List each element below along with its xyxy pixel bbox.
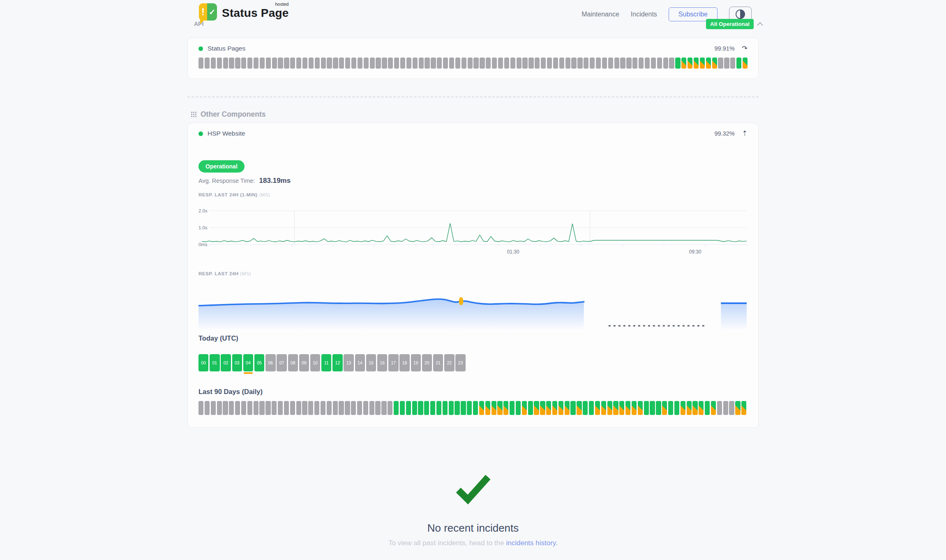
uptime-bar[interactable] (419, 58, 424, 69)
uptime-bar[interactable] (614, 58, 619, 69)
uptime-bar[interactable] (547, 58, 552, 69)
uptime-bar[interactable] (369, 401, 374, 415)
uptime-bar[interactable] (424, 401, 429, 415)
hour-block-10[interactable]: 10 (310, 354, 320, 371)
uptime-bar[interactable] (254, 58, 258, 69)
uptime-bar[interactable] (400, 58, 405, 69)
uptime-bar[interactable] (692, 401, 697, 415)
uptime-bar[interactable] (241, 401, 246, 415)
uptime-bar[interactable] (735, 401, 740, 415)
uptime-bar[interactable] (705, 401, 710, 415)
uptime-bar[interactable] (620, 58, 625, 69)
uptime-bar[interactable] (718, 58, 723, 69)
uptime-bar[interactable] (308, 401, 313, 415)
uptime-bar[interactable] (607, 401, 612, 415)
uptime-bar[interactable] (479, 401, 484, 415)
hour-block-05[interactable]: 05 (254, 354, 264, 371)
uptime-bar[interactable] (302, 58, 307, 69)
uptime-bar[interactable] (510, 401, 515, 415)
uptime-bar[interactable] (205, 401, 210, 415)
uptime-bar[interactable] (687, 401, 692, 415)
uptime-bar[interactable] (406, 58, 411, 69)
uptime-bar[interactable] (315, 58, 320, 69)
uptime-bar[interactable] (583, 401, 588, 415)
uptime-bar[interactable] (504, 58, 509, 69)
uptime-bar[interactable] (656, 401, 661, 415)
uptime-bar[interactable] (247, 401, 252, 415)
hour-block-06[interactable]: 06 (265, 354, 275, 371)
uptime-bar[interactable] (461, 58, 466, 69)
uptime-bar[interactable] (503, 401, 508, 415)
uptime-bar[interactable] (613, 401, 618, 415)
uptime-bar[interactable] (741, 401, 746, 415)
uptime-bar[interactable] (333, 401, 338, 415)
uptime-bar[interactable] (565, 401, 570, 415)
incidents-history-link[interactable]: incidents history (506, 539, 556, 547)
hour-block-03[interactable]: 03 (232, 354, 242, 371)
uptime-bar[interactable] (558, 401, 563, 415)
uptime-bar[interactable] (632, 401, 637, 415)
uptime-bar[interactable] (229, 58, 234, 69)
hour-block-20[interactable]: 20 (422, 354, 432, 371)
uptime-bar[interactable] (278, 58, 283, 69)
uptime-bar[interactable] (314, 401, 319, 415)
uptime-bar[interactable] (211, 58, 216, 69)
uptime-bar[interactable] (278, 401, 283, 415)
hour-block-09[interactable]: 09 (299, 354, 309, 371)
uptime-bar[interactable] (700, 58, 705, 69)
uptime-bar[interactable] (223, 58, 228, 69)
hour-block-17[interactable]: 17 (388, 354, 398, 371)
uptime-bar[interactable] (688, 58, 692, 69)
uptime-bar[interactable] (540, 401, 545, 415)
uptime-bar[interactable] (321, 401, 325, 415)
uptime-bar[interactable] (626, 58, 631, 69)
uptime-bar[interactable] (461, 401, 466, 415)
uptime-bar[interactable] (589, 401, 594, 415)
uptime-bar[interactable] (577, 58, 582, 69)
uptime-bar[interactable] (412, 401, 417, 415)
uptime-bar[interactable] (345, 58, 350, 69)
nav-incidents[interactable]: Incidents (631, 11, 657, 18)
uptime-bar[interactable] (712, 58, 717, 69)
uptime-bar[interactable] (443, 58, 448, 69)
chevron-up-icon[interactable] (757, 22, 764, 26)
brand-logo[interactable]: ! ✓ Status Page hosted (199, 3, 288, 21)
uptime-bar[interactable] (528, 401, 533, 415)
uptime-bar[interactable] (571, 58, 576, 69)
uptime-bar[interactable] (400, 401, 405, 415)
uptime-bar[interactable] (485, 401, 490, 415)
uptime-bar[interactable] (639, 58, 644, 69)
uptime-bar[interactable] (388, 401, 392, 415)
uptime-bar[interactable] (699, 401, 704, 415)
uptime-bar[interactable] (473, 58, 478, 69)
uptime-bar[interactable] (266, 58, 271, 69)
uptime-bar[interactable] (669, 58, 674, 69)
uptime-bar[interactable] (645, 58, 650, 69)
uptime-bar[interactable] (644, 401, 649, 415)
uptime-bar[interactable] (743, 58, 748, 69)
hour-block-13[interactable]: 13 (344, 354, 353, 371)
uptime-bar[interactable] (327, 58, 332, 69)
uptime-bar[interactable] (345, 401, 350, 415)
hour-block-15[interactable]: 15 (366, 354, 376, 371)
hour-block-18[interactable]: 18 (399, 354, 409, 371)
uptime-bar[interactable] (517, 58, 521, 69)
uptime-bar[interactable] (351, 401, 356, 415)
uptime-bar[interactable] (259, 401, 264, 415)
hour-block-23[interactable]: 23 (455, 354, 465, 371)
uptime-bar[interactable] (449, 401, 454, 415)
uptime-bar[interactable] (430, 401, 435, 415)
uptime-bar[interactable] (388, 58, 393, 69)
uptime-bar[interactable] (211, 401, 216, 415)
uptime-bar[interactable] (394, 58, 399, 69)
uptime-bar[interactable] (381, 401, 386, 415)
uptime-bar[interactable] (729, 401, 734, 415)
hour-block-01[interactable]: 01 (210, 354, 219, 371)
uptime-bar[interactable] (431, 58, 436, 69)
uptime-bar[interactable] (467, 401, 472, 415)
uptime-bar[interactable] (577, 401, 581, 415)
uptime-bar[interactable] (223, 401, 228, 415)
uptime-bar[interactable] (382, 58, 387, 69)
uptime-bar[interactable] (498, 58, 503, 69)
uptime-bar[interactable] (364, 58, 369, 69)
